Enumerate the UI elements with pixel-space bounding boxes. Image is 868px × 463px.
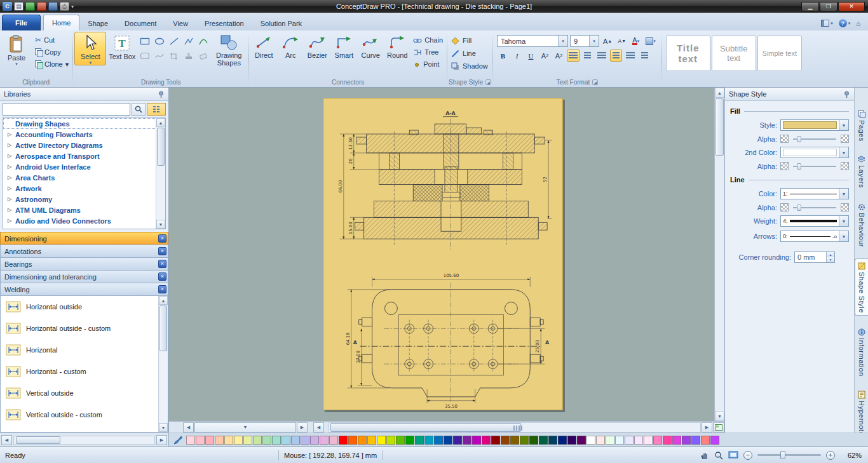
palette-color-swatch[interactable] bbox=[472, 436, 481, 445]
scroll-right-icon[interactable]: ▶ bbox=[156, 435, 167, 445]
palette-color-swatch[interactable] bbox=[453, 436, 462, 445]
palette-color-swatch[interactable] bbox=[243, 436, 252, 445]
expander-icon[interactable]: ▷ bbox=[8, 175, 13, 180]
close-icon[interactable]: × bbox=[158, 234, 166, 243]
tab-presentation[interactable]: Presentation bbox=[196, 16, 252, 30]
tab-home[interactable]: Home bbox=[43, 15, 79, 30]
palette-color-swatch[interactable] bbox=[463, 436, 471, 445]
palette-color-swatch[interactable] bbox=[396, 436, 405, 445]
new-document-icon[interactable]: ▤ bbox=[14, 2, 24, 11]
horizontal-scrollbar[interactable] bbox=[329, 422, 701, 433]
corner-rounding-input[interactable]: 0 mm ▲▼ bbox=[794, 252, 835, 263]
search-icon[interactable] bbox=[132, 103, 146, 116]
library-shape-item[interactable]: Vertical outside - custom bbox=[1, 404, 168, 426]
rounded-rectangle-tool-icon[interactable] bbox=[138, 49, 152, 63]
library-shape-item[interactable]: Vertical outside bbox=[1, 382, 168, 404]
app-icon[interactable]: C bbox=[3, 2, 12, 11]
close-icon[interactable]: × bbox=[158, 247, 166, 255]
align-left-button[interactable] bbox=[567, 50, 580, 62]
library-tree-item[interactable]: ▷ Audio and Video Connectors bbox=[3, 215, 165, 226]
second-color-dropdown[interactable]: ▼ bbox=[780, 147, 849, 158]
palette-color-swatch[interactable] bbox=[377, 436, 386, 445]
palette-color-swatch[interactable] bbox=[262, 436, 271, 445]
library-section-bar[interactable]: Dimensioning × bbox=[0, 232, 168, 245]
page-selector[interactable]: ▼ bbox=[194, 422, 296, 433]
brush-icon[interactable] bbox=[173, 435, 183, 445]
tab-hypernote[interactable]: Hypernote bbox=[855, 387, 868, 438]
tab-shape-style[interactable]: Shape Style bbox=[855, 258, 868, 316]
minimize-button[interactable]: ▁ bbox=[801, 2, 819, 11]
slider-thumb[interactable] bbox=[797, 163, 801, 170]
drawing-page[interactable]: A-A 13.50 20 66.00 15.00 52 105.60 64.19… bbox=[323, 98, 563, 410]
palette-color-swatch[interactable] bbox=[634, 436, 643, 445]
scroll-up-icon[interactable]: ▲ bbox=[159, 296, 168, 305]
vertical-scrollbar[interactable]: ▲ ▼ bbox=[714, 88, 724, 421]
palette-color-swatch[interactable] bbox=[224, 436, 233, 445]
scroll-up-icon[interactable]: ▲ bbox=[156, 118, 165, 127]
palette-color-swatch[interactable] bbox=[539, 436, 548, 445]
tab-behaviour[interactable]: Behaviour bbox=[855, 199, 868, 249]
line-weight-dropdown[interactable]: 4: ▼ bbox=[780, 215, 849, 227]
palette-color-swatch[interactable] bbox=[482, 436, 491, 445]
point-button[interactable]: Point bbox=[410, 58, 445, 70]
palette-color-swatch[interactable] bbox=[672, 436, 681, 445]
zoom-in-button[interactable]: + bbox=[826, 451, 835, 460]
window-layout-icon[interactable]: ▾ bbox=[821, 20, 833, 27]
database-icon[interactable] bbox=[25, 2, 35, 11]
save-icon[interactable] bbox=[48, 2, 58, 11]
freeform-tool-icon[interactable] bbox=[153, 49, 166, 63]
second-alpha-slider[interactable] bbox=[792, 162, 837, 170]
tab-solution-park[interactable]: Solution Park bbox=[252, 16, 310, 30]
palette-color-swatch[interactable] bbox=[281, 436, 290, 445]
tab-pages[interactable]: Pages bbox=[855, 107, 868, 144]
palette-color-swatch[interactable] bbox=[272, 436, 281, 445]
align-center-button[interactable] bbox=[581, 50, 593, 62]
rectangle-tool-icon[interactable] bbox=[138, 34, 152, 48]
palette-color-swatch[interactable] bbox=[558, 436, 567, 445]
smart-connector-button[interactable]: Smart bbox=[330, 32, 357, 59]
tab-view[interactable]: View bbox=[165, 16, 196, 30]
library-section-bar[interactable]: Bearings × bbox=[0, 257, 168, 270]
palette-color-swatch[interactable] bbox=[405, 436, 414, 445]
library-shape-item[interactable]: Horizontal outside - custom bbox=[1, 318, 168, 339]
fill-style-dropdown[interactable]: ▼ bbox=[780, 119, 849, 131]
title-text-style[interactable]: Title text bbox=[666, 36, 710, 71]
palette-color-swatch[interactable] bbox=[415, 436, 424, 445]
close-icon[interactable]: × bbox=[158, 272, 166, 281]
shadow-button[interactable]: Shadow bbox=[451, 60, 488, 72]
library-shape-item[interactable]: Horizontal - custom bbox=[1, 361, 168, 382]
library-tree-item[interactable]: ▷ Aerospace and Transport bbox=[3, 151, 165, 161]
italic-button[interactable]: I bbox=[511, 50, 523, 62]
palette-color-swatch[interactable] bbox=[644, 436, 653, 445]
underline-button[interactable]: U bbox=[525, 50, 537, 62]
library-tree-item[interactable]: ▷ ATM UML Diagrams bbox=[3, 205, 165, 215]
direct-connector-button[interactable]: Direct bbox=[250, 32, 277, 59]
library-tree-item[interactable]: ▷ Area Charts bbox=[3, 172, 165, 183]
polyline-tool-icon[interactable] bbox=[182, 34, 196, 48]
palette-color-swatch[interactable] bbox=[329, 436, 338, 445]
expander-icon[interactable]: ▷ bbox=[8, 153, 13, 159]
library-tree-item[interactable]: ▷ Artwork bbox=[3, 183, 165, 194]
library-shape-item[interactable]: Horizontal bbox=[1, 339, 168, 361]
subtitle-text-style[interactable]: Subtitle text bbox=[712, 36, 756, 71]
font-size-select[interactable]: 9▾ bbox=[570, 35, 599, 47]
highlight-color-button[interactable]: ▾ bbox=[644, 35, 658, 47]
palette-color-swatch[interactable] bbox=[510, 436, 519, 445]
library-section-bar[interactable]: Annotations × bbox=[0, 245, 168, 257]
scroll-left-icon[interactable]: ◀ bbox=[313, 422, 324, 433]
eraser-tool-icon[interactable] bbox=[196, 49, 210, 63]
help-icon[interactable]: ?▾ bbox=[839, 19, 851, 27]
font-color-button[interactable]: A▾ bbox=[630, 35, 642, 47]
stepper[interactable]: ▲▼ bbox=[826, 252, 834, 262]
expander-icon[interactable]: ▷ bbox=[8, 142, 13, 148]
align-top-button[interactable] bbox=[610, 50, 622, 62]
expander-icon[interactable]: ▷ bbox=[8, 164, 13, 170]
library-tree-item[interactable]: ▷ Astronomy bbox=[3, 194, 165, 205]
palette-color-swatch[interactable] bbox=[234, 436, 243, 445]
simple-text-style[interactable]: Simple text bbox=[757, 36, 802, 71]
library-tree-item[interactable]: ▷ Drawing Shapes bbox=[3, 118, 165, 129]
zoom-area-icon[interactable] bbox=[714, 450, 723, 459]
library-section-bar[interactable]: Welding × bbox=[0, 283, 168, 295]
font-family-select[interactable]: Tahoma▾ bbox=[497, 35, 568, 47]
pin-icon[interactable] bbox=[843, 90, 850, 98]
